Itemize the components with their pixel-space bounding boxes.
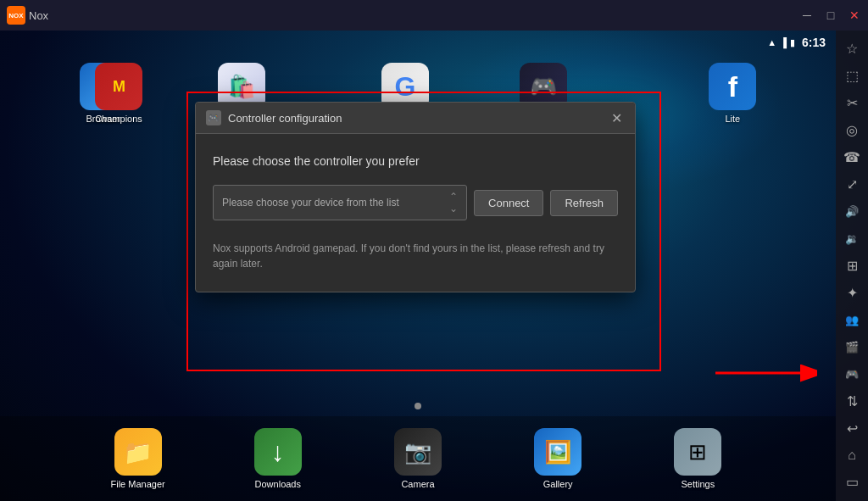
sidebar-icon-video[interactable]: 🎬	[840, 335, 864, 359]
dialog-body: Please choose the controller you prefer …	[196, 134, 635, 292]
status-icons: ▲ ▐ ▮ 6:13	[767, 36, 826, 49]
sidebar-icon-transfer[interactable]: ⇅	[840, 389, 864, 413]
champions-icon-img: M	[95, 63, 142, 110]
sidebar-icon-recent[interactable]: ▭	[840, 470, 864, 494]
sidebar-icon-controller[interactable]: 🎮	[840, 362, 864, 386]
sidebar-icon-screenshot[interactable]: ⬚	[840, 64, 864, 88]
sidebar-icon-phone[interactable]: ☎	[840, 146, 864, 170]
settings-label: Settings	[681, 479, 715, 489]
downloads-icon-img: ↓	[254, 428, 302, 476]
left-icons-col: M Champions	[85, 63, 153, 124]
page-dot-indicator	[415, 403, 421, 409]
bottom-taskbar: 📁 File Manager ↓ Downloads 📷 Camera 🖼️ G…	[0, 416, 836, 501]
device-select-dropdown[interactable]: Please choose your device from the list …	[213, 185, 467, 220]
nox-titlebar: NOX Nox ─ □ ✕	[0, 0, 868, 31]
app-icon-camera[interactable]: 📷 Camera	[384, 428, 452, 489]
filemanager-label: File Manager	[110, 479, 164, 489]
sidebar-icon-home[interactable]: ⌂	[840, 443, 864, 467]
connect-button[interactable]: Connect	[474, 190, 543, 216]
titlebar-controls: ─ □ ✕	[800, 8, 861, 22]
app-icon-gallery[interactable]: 🖼️ Gallery	[524, 428, 592, 489]
gallery-label: Gallery	[543, 479, 573, 489]
dialog-controls: Please choose your device from the list …	[213, 185, 618, 220]
app-icon-filemanager[interactable]: 📁 File Manager	[104, 428, 172, 489]
signal-icon: ▐	[780, 37, 787, 47]
sidebar-icon-expand[interactable]: ⤢	[840, 173, 864, 197]
dialog-title-left: 🎮 Controller configuration	[206, 110, 342, 125]
sidebar-icon-scissors[interactable]: ✂	[840, 92, 864, 115]
sidebar-icon-volume-up[interactable]: 🔊	[840, 200, 864, 224]
wifi-icon: ▲	[767, 37, 776, 47]
settings-icon-img: ⊞	[674, 428, 721, 476]
sidebar-icon-grid[interactable]: ⊞	[840, 254, 864, 278]
time-display: 6:13	[802, 36, 826, 49]
facebook-label: Lite	[725, 114, 740, 124]
nox-logo: NOX Nox	[7, 6, 48, 25]
maximize-button[interactable]: □	[824, 8, 837, 22]
dialog-title: Controller configuration	[228, 112, 342, 125]
status-bar: ▲ ▐ ▮ 6:13	[0, 31, 836, 54]
app-icon-facebook[interactable]: f Lite	[698, 63, 766, 124]
sidebar-icon-back[interactable]: ↩	[840, 416, 864, 440]
dialog-controller-icon: 🎮	[206, 110, 221, 125]
sidebar-icon-star[interactable]: ☆	[840, 37, 864, 61]
gallery-icon-img: 🖼️	[534, 428, 581, 476]
nox-logo-icon: NOX	[7, 6, 25, 25]
sidebar-icon-location[interactable]: ◎	[840, 119, 864, 142]
minimize-button[interactable]: ─	[800, 8, 814, 22]
dialog-info-text: Nox supports Android gamepad. If you don…	[213, 241, 618, 271]
camera-label: Camera	[401, 479, 434, 489]
controller-dialog: 🎮 Controller configuration ✕ Please choo…	[195, 102, 636, 292]
sidebar-icon-sparkle[interactable]: ✦	[840, 281, 864, 304]
device-select-arrow-icon: ⌃⌄	[449, 191, 458, 214]
dialog-close-button[interactable]: ✕	[608, 109, 625, 126]
android-desktop: NOX Nox ─ □ ✕ ▲ ▐ ▮ 6:13 C Browser	[0, 0, 868, 501]
dialog-titlebar: 🎮 Controller configuration ✕	[196, 103, 635, 134]
camera-icon-img: 📷	[394, 428, 442, 476]
device-select-text: Please choose your device from the list	[222, 197, 399, 209]
sidebar-icon-people[interactable]: 👥	[840, 308, 864, 331]
champions-label: Champions	[95, 114, 142, 124]
app-title: Nox	[29, 9, 48, 22]
close-button[interactable]: ✕	[848, 8, 861, 22]
refresh-button[interactable]: Refresh	[550, 190, 618, 216]
right-sidebar: ☆ ⬚ ✂ ◎ ☎ ⤢ 🔊 🔉 ⊞ ✦ 👥 🎬 🎮 ⇅ ↩ ⌂ ▭	[836, 31, 868, 501]
app-icon-downloads[interactable]: ↓ Downloads	[244, 428, 312, 489]
filemanager-icon-img: 📁	[114, 428, 162, 476]
dialog-subtitle: Please choose the controller you prefer	[213, 154, 618, 168]
app-icon-settings[interactable]: ⊞ Settings	[664, 428, 732, 489]
facebook-icon-img: f	[709, 63, 756, 110]
sidebar-icon-volume-down[interactable]: 🔉	[840, 227, 864, 251]
downloads-label: Downloads	[255, 479, 301, 489]
battery-icon: ▮	[790, 37, 795, 48]
app-icon-champions[interactable]: M Champions	[85, 63, 153, 124]
